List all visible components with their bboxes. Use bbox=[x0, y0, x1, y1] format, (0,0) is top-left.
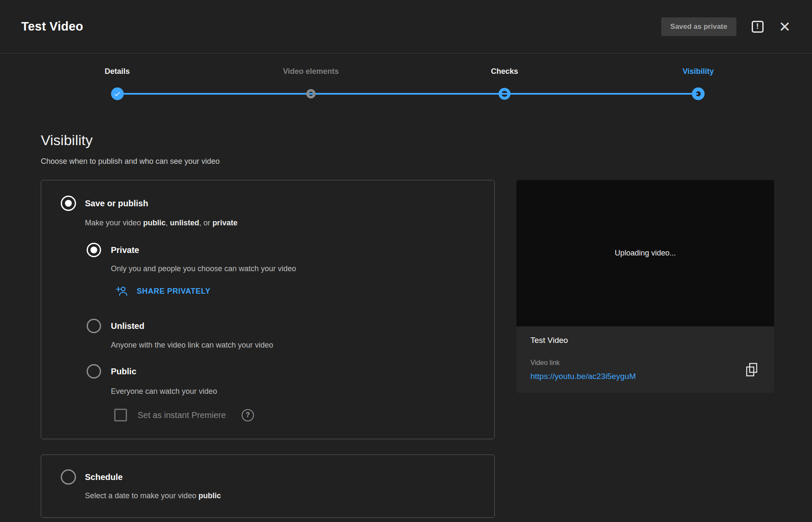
page-subtitle: Choose when to publish and who can see y… bbox=[41, 156, 495, 166]
desc-text: Make your video bbox=[85, 219, 143, 227]
share-privately-label: SHARE PRIVATELY bbox=[137, 287, 211, 296]
private-row[interactable]: Private bbox=[87, 243, 477, 257]
copy-icon bbox=[744, 362, 759, 377]
step-video-elements[interactable]: Video elements bbox=[283, 66, 339, 100]
schedule-label: Schedule bbox=[85, 472, 123, 482]
desc-bold: public bbox=[143, 219, 166, 227]
save-or-publish-description: Make your video public, unlisted, or pri… bbox=[85, 218, 477, 228]
upload-stepper: Details Video elements Checks Visibility bbox=[0, 53, 812, 121]
feedback-icon: ! bbox=[752, 21, 764, 33]
unlisted-description: Anyone with the video link can watch you… bbox=[111, 340, 477, 350]
close-icon: ✕ bbox=[779, 20, 791, 34]
instant-premiere-row: Set as instant Premiere ? bbox=[114, 409, 477, 421]
video-title: Test Video bbox=[530, 336, 760, 345]
desc-text: , or bbox=[199, 219, 212, 227]
page-title: Visibility bbox=[41, 132, 495, 149]
save-or-publish-label: Save or publish bbox=[85, 198, 148, 208]
private-radio[interactable] bbox=[87, 243, 101, 257]
step-checks[interactable]: Checks bbox=[491, 66, 518, 100]
step-circle-wrap bbox=[306, 87, 316, 100]
desc-text: , bbox=[166, 219, 170, 227]
help-icon[interactable]: ? bbox=[242, 409, 254, 421]
add-person-icon bbox=[116, 286, 128, 297]
step-active-circle bbox=[499, 88, 510, 100]
dialog-title: Test Video bbox=[21, 20, 83, 34]
schedule-row[interactable]: Schedule bbox=[61, 469, 477, 485]
schedule-radio[interactable] bbox=[61, 469, 76, 485]
unlisted-row[interactable]: Unlisted bbox=[87, 319, 477, 333]
private-label: Private bbox=[111, 245, 139, 255]
step-completed-circle bbox=[111, 87, 124, 100]
desc-bold: unlisted bbox=[170, 219, 199, 227]
step-visibility[interactable]: Visibility bbox=[682, 66, 714, 100]
step-label: Video elements bbox=[283, 66, 339, 76]
step-details[interactable]: Details bbox=[104, 66, 130, 100]
desc-bold: public bbox=[198, 491, 221, 500]
step-circle-wrap bbox=[499, 87, 510, 100]
desc-bold: private bbox=[212, 219, 237, 227]
video-link-label: Video link bbox=[530, 359, 760, 367]
video-preview: Uploading video... bbox=[516, 180, 774, 326]
radio-dot bbox=[65, 200, 72, 207]
public-label: Public bbox=[111, 366, 136, 376]
visibility-sub-options: Private Only you and people you choose c… bbox=[87, 243, 477, 421]
step-label: Details bbox=[104, 66, 130, 76]
schedule-description: Select a date to make your video public bbox=[85, 491, 477, 501]
visibility-panel: Visibility Choose when to publish and wh… bbox=[41, 132, 495, 518]
instant-premiere-label: Set as instant Premiere bbox=[138, 410, 226, 420]
close-button[interactable]: ✕ bbox=[779, 20, 791, 34]
upload-status: Uploading video... bbox=[615, 249, 676, 258]
video-preview-card: Uploading video... Test Video Video link… bbox=[516, 180, 774, 393]
radio-dot bbox=[90, 247, 97, 253]
save-or-publish-row[interactable]: Save or publish bbox=[61, 196, 477, 211]
private-description: Only you and people you choose can watch… bbox=[111, 264, 477, 274]
dialog-header: Test Video Saved as private ! ✕ bbox=[0, 0, 812, 53]
stepper-line bbox=[117, 93, 698, 95]
step-circle-wrap bbox=[111, 87, 124, 100]
step-label: Checks bbox=[491, 66, 518, 76]
unlisted-label: Unlisted bbox=[111, 321, 144, 331]
share-privately-button[interactable]: SHARE PRIVATELY bbox=[116, 285, 211, 297]
step-inactive-circle bbox=[306, 89, 316, 98]
step-current-circle bbox=[692, 87, 705, 100]
schedule-card: Schedule Select a date to make your vide… bbox=[41, 455, 495, 518]
public-row[interactable]: Public bbox=[87, 364, 477, 379]
header-actions: Saved as private ! ✕ bbox=[661, 17, 791, 36]
step-circle-wrap bbox=[692, 87, 705, 100]
instant-premiere-checkbox[interactable] bbox=[114, 409, 127, 421]
visibility-options-card: Save or publish Make your video public, … bbox=[41, 180, 495, 439]
public-radio[interactable] bbox=[87, 364, 101, 379]
copy-link-button[interactable] bbox=[744, 362, 759, 377]
status-badge[interactable]: Saved as private bbox=[661, 17, 736, 36]
video-info: Test Video Video link https://youtu.be/a… bbox=[516, 326, 774, 393]
step-label: Visibility bbox=[682, 66, 714, 76]
video-link[interactable]: https://youtu.be/ac23i5eyguM bbox=[530, 371, 760, 382]
save-or-publish-radio[interactable] bbox=[61, 196, 76, 211]
desc-text: Select a date to make your video bbox=[85, 491, 198, 500]
feedback-button[interactable]: ! bbox=[752, 21, 764, 33]
public-description: Everyone can watch your video bbox=[111, 386, 477, 396]
check-icon bbox=[114, 90, 121, 98]
unlisted-radio[interactable] bbox=[87, 319, 101, 333]
